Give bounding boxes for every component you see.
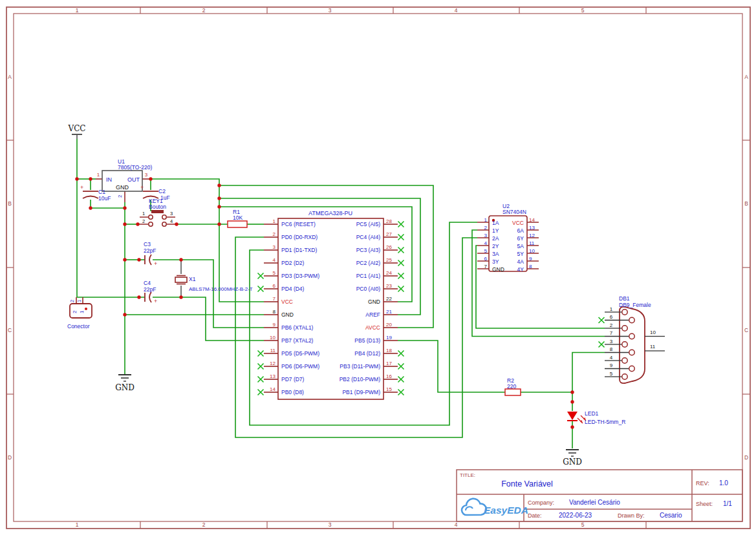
junction-dot (217, 205, 221, 208)
c3-value[interactable]: 22pF (144, 247, 156, 254)
c1-value[interactable]: 10uF (98, 195, 111, 202)
db9-pin-hole (629, 317, 634, 322)
atmega-pin-name: PC0 (AI0) (356, 286, 380, 292)
component-atmega328[interactable]: ATMEGA328-PU 1PC6 (RESET)2PD0 (D0-RXD)3P… (258, 210, 404, 399)
frame-row-label: B (8, 200, 12, 207)
u2-pin-number: 1 (484, 217, 488, 223)
component-db1-db9[interactable]: DB1 DB9_Female 162738495 10 11 (599, 295, 665, 383)
junction-dot (570, 425, 574, 428)
u2-pin-name: 2A (492, 235, 499, 242)
c4-value[interactable]: 22pF (144, 286, 156, 293)
atmega-pin-name: AVCC (365, 324, 380, 331)
wire[interactable] (398, 341, 505, 392)
conector-pin-number: 2 (72, 310, 78, 313)
resistor-body[interactable] (228, 221, 247, 227)
x1-value[interactable]: ABLS7M-16.000MHZ-B-2-T (189, 286, 253, 292)
atmega-pin-number: 19 (386, 335, 392, 341)
component-key1[interactable]: 1 2 3 4 KEY1 Bouton (140, 198, 175, 226)
db9-pin-number: 4 (610, 355, 613, 361)
component-r2[interactable]: R2 220 (505, 377, 521, 395)
atmega-body[interactable] (278, 218, 383, 399)
schematic-canvas[interactable]: 1 2 3 4 5 1 2 3 4 5 A B C D A B C D (0, 0, 756, 535)
junction-dot (136, 222, 139, 226)
component-r1[interactable]: R1 10K (228, 209, 247, 227)
cap-plate-curved (83, 196, 98, 199)
x1-ref[interactable]: X1 (189, 276, 196, 282)
component-led1[interactable]: LED1 LED-TH-5mm_R (567, 410, 625, 425)
no-connect-icon (258, 286, 264, 292)
u1-pin-number: 1 (97, 172, 100, 178)
u2-pin-number: 10 (529, 248, 535, 254)
u2-pin-name: 6Y (517, 235, 524, 242)
wire[interactable] (153, 297, 264, 341)
c2-ref[interactable]: C2 (158, 188, 166, 194)
atmega-pin-name: PB2 (D10-PWM) (340, 376, 380, 383)
component-c3[interactable]: + C3 22pF (144, 241, 157, 267)
component-conector[interactable]: 2 1 2 1 Conector (67, 297, 92, 330)
db9-pin-hole (629, 366, 634, 371)
c3-ref[interactable]: C3 (144, 241, 151, 247)
date-value[interactable]: 2022-06-23 (559, 512, 592, 519)
key1-value[interactable]: Bouton (149, 204, 166, 210)
vcc-flag[interactable]: VCC (67, 124, 85, 139)
junction-dot (217, 184, 221, 187)
component-u2-sn7404[interactable]: U2 SN7404N 11A21Y32A42Y53A63Y7GND14VCC13… (477, 203, 539, 273)
frame-row-label: D (8, 454, 12, 461)
company-value[interactable]: Vanderlei Cesário (569, 499, 620, 506)
wire[interactable] (153, 260, 264, 328)
db1-value[interactable]: DB9_Female (619, 302, 651, 308)
frame-row-label: D (744, 454, 748, 461)
conector-label[interactable]: Conector (67, 323, 90, 330)
u2-pin-name: GND (492, 266, 504, 273)
db9-pin-number: 2 (610, 322, 613, 328)
no-connect-icon (258, 377, 264, 383)
sheet-label: Sheet: (696, 501, 713, 507)
c4-ref[interactable]: C4 (144, 280, 151, 286)
atmega-pin-name: PB4 (D12) (354, 350, 380, 357)
u2-pin-number: 4 (484, 240, 488, 246)
title-label: TITLE: (460, 472, 475, 478)
rev-value[interactable]: 1.0 (719, 479, 728, 487)
frame-col-label: 3 (329, 7, 332, 14)
junction-dot (137, 295, 140, 299)
easyeda-logo: EasyEDA (462, 499, 528, 516)
c1-ref[interactable]: C1 (98, 189, 105, 195)
frame-col-label: 4 (455, 521, 458, 528)
junction-dot (75, 177, 78, 180)
wire[interactable] (572, 353, 605, 393)
gnd-flag-led[interactable]: GND (563, 450, 582, 467)
db9-pin-number: 5 (610, 371, 613, 377)
resistor-body[interactable] (505, 389, 521, 395)
wire[interactable] (77, 139, 145, 297)
led1-ref[interactable]: LED1 (585, 410, 599, 417)
crystal-body (175, 277, 187, 282)
atmega-pin-number: 25 (386, 257, 392, 263)
sheet-value[interactable]: 1/1 (723, 500, 732, 507)
frame-row-label: C (744, 327, 748, 333)
atmega-pin-name: PB7 (XTAL2) (281, 337, 314, 344)
led1-value[interactable]: LED-TH-5mm_R (585, 419, 625, 425)
atmega-title[interactable]: ATMEGA328-PU (308, 210, 352, 216)
gnd-flag-left[interactable]: GND (115, 375, 135, 392)
junction-dot (123, 222, 126, 226)
atmega-pin-number: 24 (386, 270, 392, 276)
atmega-pin-number: 5 (273, 270, 276, 276)
r2-value[interactable]: 220 (507, 383, 516, 390)
db9-pin-hole (622, 309, 627, 315)
atmega-pin-name: PB1 (D9-PWM) (342, 389, 380, 395)
r1-value[interactable]: 10K (233, 215, 243, 221)
component-x1-crystal[interactable]: X1 ABLS7M-16.000MHZ-B-2-T (175, 260, 253, 297)
db1-ref[interactable]: DB1 (619, 295, 630, 302)
component-c4[interactable]: + C4 22pF (144, 280, 157, 304)
drawn-by-value[interactable]: Cesario (660, 512, 682, 519)
u2-pin-name: 4Y (517, 266, 524, 273)
cap-plus: + (154, 298, 157, 304)
atmega-pin-name: PC1 (AI1) (356, 273, 380, 279)
cap-plate-curved (149, 255, 151, 265)
frame-col-label: 2 (202, 521, 206, 528)
gnd-net-label: GND (563, 457, 582, 467)
u1-value[interactable]: 7805(TO-220) (118, 164, 152, 171)
u2-value[interactable]: SN7404N (502, 209, 526, 215)
sheet-title[interactable]: Fonte Variável (501, 479, 553, 488)
frame-col-label: 5 (581, 521, 585, 528)
